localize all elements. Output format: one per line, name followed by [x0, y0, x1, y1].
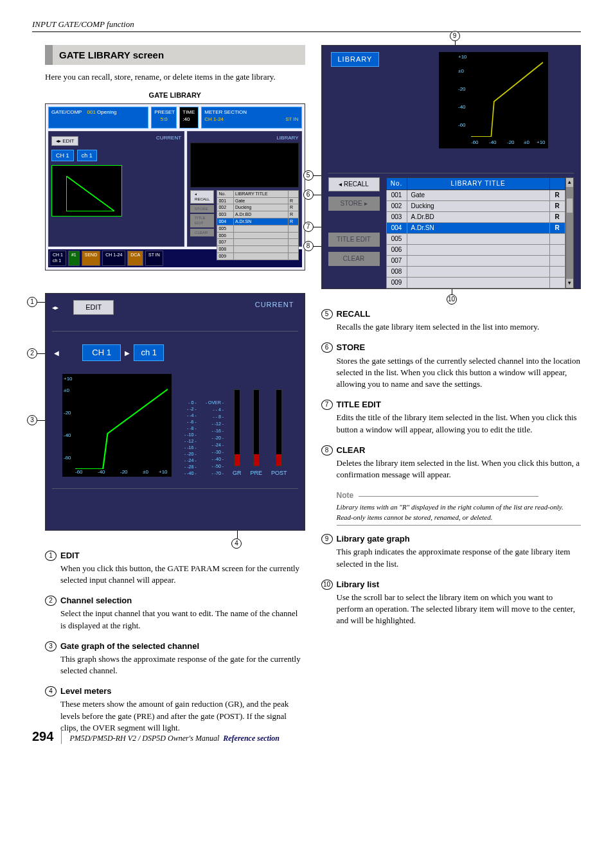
ch-next-icon[interactable]: ▶	[123, 349, 132, 358]
definition-body: When you click this button, the GATE PAR…	[60, 563, 305, 586]
library-label: LIBRARY	[331, 52, 380, 67]
channel-selector[interactable]: CH 1	[82, 344, 121, 361]
definition-title: Library list	[337, 579, 582, 590]
scroll-thumb[interactable]	[567, 199, 573, 213]
definition-title: EDIT	[60, 550, 305, 562]
definition-body: Edits the title of the library item sele…	[337, 412, 582, 435]
time-box: TIME :40	[179, 107, 199, 128]
definition-title: STORE	[337, 342, 582, 353]
screenshot-right-panel: LIBRARY ◂ RECALL STORE TITLE EDIT CLEAR …	[187, 131, 301, 247]
recall-button[interactable]: ◂ RECALL	[328, 177, 380, 191]
ch-prev-icon[interactable]: ◀	[52, 349, 61, 358]
figure-caption: GATE LIBRARY	[45, 91, 305, 100]
definition-item: 7 TITLE EDIT Edits the title of the libr…	[321, 399, 582, 439]
definition-body: Deletes the library item selected in the…	[337, 457, 582, 481]
level-meters: - 0 -- -2 -- -4 -- -6 -- -8 -- -10 -- -1…	[184, 374, 287, 477]
definition-body: These meters show the amount of gain red…	[60, 698, 305, 734]
definition-body: This graph indicates the approximate res…	[337, 546, 582, 569]
callout-10: 10	[447, 294, 457, 305]
scroll-up-icon[interactable]: ▲	[566, 178, 573, 187]
definition-body: Select the input channel that you want t…	[60, 608, 305, 631]
edit-panel-figure: ◂▸ EDIT CURRENT ◀ CH 1 ▶ ch 1 +10 ±0 -20…	[45, 293, 305, 531]
gate-graph-sm	[51, 165, 122, 217]
definition-item: 9 Library gate graph This graph indicate…	[321, 533, 582, 574]
callout-7: 7	[303, 222, 314, 232]
definition-item: 1 EDIT When you click this button, the G…	[45, 550, 305, 590]
gate-comp-label: GATE/COMP 001 Opening	[48, 107, 148, 128]
meter-box: METER SECTION CH 1-24 ST IN	[201, 107, 301, 128]
definition-title: Level meters	[60, 686, 305, 697]
titleedit-btn-sm[interactable]: TITLE EDIT	[190, 214, 214, 227]
definition-title: Channel selection	[60, 595, 305, 607]
gate-library-screenshot: GATE/COMP 001 Opening PRESET 5:0 TIME :4…	[45, 103, 305, 270]
page-footer: 294 PM5D/PM5D-RH V2 / DSP5D Owner's Manu…	[32, 729, 581, 744]
edit-button[interactable]: EDIT	[73, 300, 114, 315]
store-button[interactable]: STORE ▸	[328, 197, 380, 211]
callout-9: 9	[450, 31, 460, 41]
table-row[interactable]: 005	[386, 234, 565, 245]
store-btn-sm[interactable]: STORE	[190, 205, 214, 213]
gate-graph: +10 ±0 -20 -40 -60 -60 -40 -20 ±0 +10	[62, 374, 172, 477]
library-list[interactable]: No. LIBRARY TITLE 001GateR002DuckingR003…	[386, 177, 565, 288]
definition-number: 1	[45, 551, 57, 561]
definition-number: 6	[321, 342, 333, 353]
library-list-sm[interactable]: No.LIBRARY TITLE 001GateR002DuckingR003A…	[217, 190, 298, 260]
title-edit-button[interactable]: TITLE EDIT	[328, 233, 380, 247]
definition-number: 8	[321, 445, 333, 456]
table-row[interactable]: 002DuckingR	[386, 201, 565, 212]
table-row[interactable]: 006	[386, 245, 565, 256]
table-row[interactable]: 008	[386, 267, 565, 278]
callout-5: 5	[303, 170, 314, 181]
scrollbar[interactable]: ▲ ▼	[565, 177, 574, 288]
ch-box-sm[interactable]: CH 1	[51, 150, 74, 162]
definition-item: 2 Channel selection Select the input cha…	[45, 595, 305, 635]
library-panel-figure: LIBRARY +10 ±0 -20 -40 -60 -60 -40 -20 ±…	[321, 45, 582, 289]
preset-box: PRESET 5:0	[151, 107, 177, 128]
channel-name: ch 1	[134, 344, 164, 361]
definition-number: 2	[45, 596, 57, 606]
definition-item: 10 Library list Use the scroll bar to se…	[321, 579, 582, 631]
definition-number: 7	[321, 400, 333, 410]
recall-btn-sm[interactable]: ◂ RECALL	[190, 190, 214, 204]
definition-body: Use the scroll bar to select the library…	[337, 592, 582, 627]
page-header: INPUT GATE/COMP function	[32, 19, 581, 32]
manual-title: PM5D/PM5D-RH V2 / DSP5D Owner's Manual	[69, 734, 219, 743]
definition-item: 5 RECALL Recalls the gate library item s…	[321, 308, 582, 337]
clear-button[interactable]: CLEAR	[328, 252, 380, 266]
callout-2: 2	[27, 348, 37, 359]
section-intro: Here you can recall, store, rename, or d…	[45, 71, 305, 83]
definition-item: 6 STORE Stores the gate settings of the …	[321, 342, 582, 394]
definition-body: Recalls the gate library item selected i…	[337, 321, 582, 333]
section-title: GATE LIBRARY screen	[45, 45, 305, 65]
definition-item: 8 CLEAR Deletes the library item selecte…	[321, 445, 582, 485]
lib-graph-sm	[190, 143, 298, 188]
definition-number: 10	[321, 580, 333, 590]
table-row[interactable]: 003A.Dr.BDR	[386, 212, 565, 223]
callout-6: 6	[303, 190, 314, 200]
definition-title: Gate graph of the selected channel	[60, 641, 305, 652]
note-box: Note Library items with an "R" displayed…	[337, 490, 582, 526]
callout-1: 1	[27, 297, 37, 307]
table-row[interactable]: 009	[386, 278, 565, 288]
definition-body: This graph shows the approximate respons…	[60, 653, 305, 677]
callout-4: 4	[231, 538, 242, 549]
screenshot-left-panel: ◂▸ EDIT CURRENT CH 1 ch 1	[48, 131, 184, 247]
definition-title: TITLE EDIT	[337, 399, 582, 411]
page-number: 294	[32, 729, 62, 744]
library-gate-graph: +10 ±0 -20 -40 -60 -60 -40 -20 ±0 +10	[439, 52, 548, 148]
table-row[interactable]: 001GateR	[386, 190, 565, 201]
definition-number: 9	[321, 534, 333, 544]
callout-3: 3	[27, 415, 37, 425]
definition-number: 4	[45, 686, 57, 696]
definition-number: 3	[45, 641, 57, 651]
reference-label: Reference section	[223, 734, 280, 743]
clear-btn-sm[interactable]: CLEAR	[190, 229, 214, 236]
definition-title: CLEAR	[337, 445, 582, 456]
table-row[interactable]: 007	[386, 256, 565, 267]
edit-button-sm[interactable]: ◂▸ EDIT	[51, 136, 78, 146]
scroll-down-icon[interactable]: ▼	[566, 279, 573, 288]
current-label: CURRENT	[255, 300, 294, 310]
definition-title: Library gate graph	[337, 533, 582, 545]
definition-title: RECALL	[337, 308, 582, 320]
table-row[interactable]: 004A.Dr.SNR	[386, 223, 565, 234]
